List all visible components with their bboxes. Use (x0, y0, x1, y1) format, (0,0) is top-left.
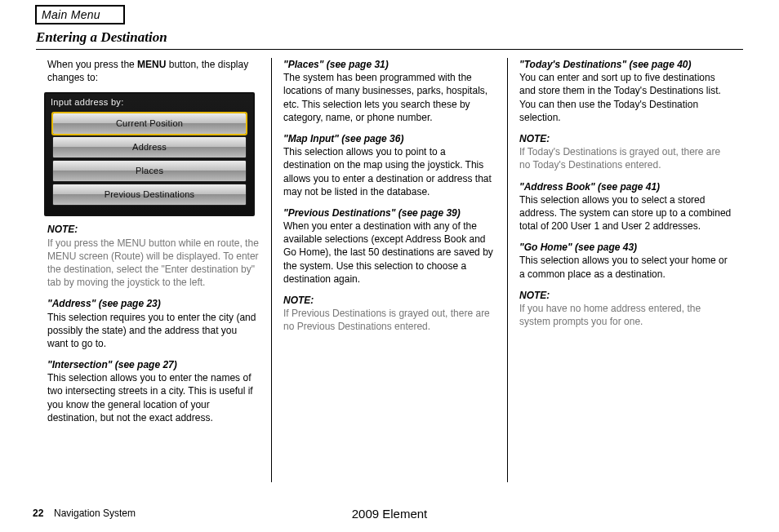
screen-button-previous-destinations[interactable]: Previous Destinations (52, 184, 247, 206)
screenshot-title: Input address by: (49, 95, 250, 111)
content-columns: When you press the MENU button, the disp… (36, 58, 743, 482)
subhead-places: "Places" (see page 31) (283, 58, 496, 71)
text-map-input: This selection allows you to point to a … (283, 145, 496, 198)
note-label: NOTE: (47, 223, 260, 236)
subhead-previous: "Previous Destinations" (see page 39) (283, 206, 496, 219)
text-todays: You can enter and sort up to five destin… (519, 71, 732, 124)
screen-button-places[interactable]: Places (52, 160, 247, 182)
nav-screenshot: Input address by: Current Position Addre… (44, 92, 255, 216)
note-label: NOTE: (519, 289, 732, 302)
column-middle: "Places" (see page 31) The system has be… (271, 58, 507, 482)
intro-text: When you press the MENU button, the disp… (47, 58, 260, 84)
text-places: The system has been programmed with the … (283, 71, 496, 124)
subhead-address: "Address" (see page 23) (47, 297, 260, 310)
text-address: This selection requires you to enter the… (47, 311, 260, 351)
tab-row: Main Menu (35, 5, 743, 24)
note-text: If you press the MENU button while en ro… (47, 237, 260, 290)
subhead-todays: "Today's Destinations" (see page 40) (519, 58, 732, 71)
footer-model-year: 2009 Element (0, 507, 779, 521)
menu-button-label: MENU (137, 59, 166, 70)
note-text: If you have no home address entered, the… (519, 302, 732, 328)
text: When you press the (47, 59, 137, 70)
screen-button-current-position[interactable]: Current Position (52, 113, 247, 135)
note-text: If Today's Destinations is grayed out, t… (519, 145, 732, 171)
subhead-addressbook: "Address Book" (see page 41) (519, 180, 732, 193)
text-intersection: This selection allows you to enter the n… (47, 371, 260, 424)
subhead-intersection: "Intersection" (see page 27) (47, 358, 260, 371)
page-root: Main Menu Entering a Destination When yo… (0, 0, 779, 482)
text-gohome: This selection allows you to select your… (519, 254, 732, 280)
screen-button-address[interactable]: Address (52, 136, 247, 158)
note-label: NOTE: (519, 132, 732, 145)
note-text: If Previous Destinations is grayed out, … (283, 307, 496, 333)
side-tab: Main Menu (35, 5, 125, 24)
page-title: Entering a Destination (36, 29, 743, 50)
note-label: NOTE: (283, 294, 496, 307)
column-left: When you press the MENU button, the disp… (36, 58, 271, 482)
text-previous: When you enter a destination with any of… (283, 219, 496, 286)
subhead-gohome: "Go Home" (see page 43) (519, 241, 732, 254)
text-addressbook: This selection allows you to select a st… (519, 193, 732, 233)
column-right: "Today's Destinations" (see page 40) You… (507, 58, 743, 482)
subhead-map-input: "Map Input" (see page 36) (283, 132, 496, 145)
